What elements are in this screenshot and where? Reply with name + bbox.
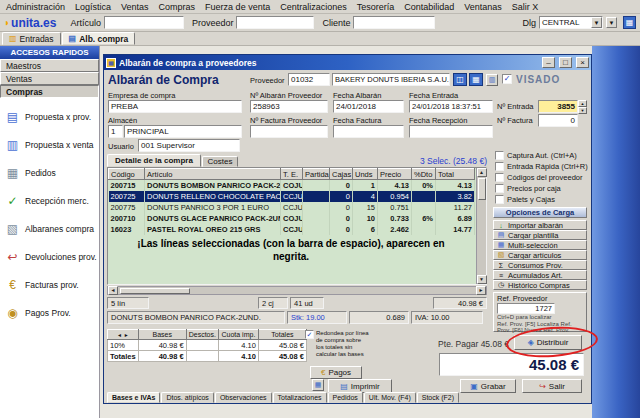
col-codigo[interactable]: Código xyxy=(109,169,145,180)
sidebar-section-compras[interactable]: Compras xyxy=(0,85,99,98)
sidebar-item-albaranes-compra[interactable]: ▧ Albaranes compra xyxy=(0,215,99,243)
ref-proveedor-input[interactable]: 1727 xyxy=(497,303,555,314)
cargar-plantilla-button[interactable]: ▤ Cargar plantilla xyxy=(493,230,587,240)
tab-alb-compra[interactable]: ▤ Alb. compra xyxy=(62,32,136,45)
menu-item-tesoreria[interactable]: Tesorería xyxy=(357,2,395,12)
fecha-recepcion-field[interactable] xyxy=(409,125,493,138)
fecha-albaran-field[interactable]: 24/01/2018 xyxy=(333,100,404,113)
search-icon[interactable]: ◫ xyxy=(453,73,467,86)
maximize-button[interactable]: □ xyxy=(559,57,572,68)
checkbox-precios-caja[interactable]: Precios por caja xyxy=(495,183,587,193)
proveedor-name-field[interactable]: BAKERY DONUTS IBERIA S.A.U. xyxy=(332,73,450,86)
col-articulo[interactable]: Artículo xyxy=(145,169,281,180)
col-partida[interactable]: Partida xyxy=(303,169,330,180)
col-unds[interactable]: Unds xyxy=(353,169,378,180)
imprimir-button[interactable]: ▤ Imprimir xyxy=(328,379,392,393)
acumulados-art-button[interactable]: ≡ Acumulados Art. xyxy=(493,270,587,280)
articulo-input[interactable] xyxy=(104,16,184,29)
menu-item-compras[interactable]: Compras xyxy=(159,2,196,12)
albaran-prov-field[interactable]: 258963 xyxy=(250,100,328,113)
empresa-field[interactable]: PREBA xyxy=(108,100,242,113)
tab-stock[interactable]: Stock (F2) xyxy=(417,392,459,403)
scroll-right-icon[interactable]: ► xyxy=(123,332,130,338)
scrollbar-thumb[interactable] xyxy=(478,178,486,200)
grid-view-icon[interactable]: ▦ xyxy=(469,73,483,86)
menu-item-logistica[interactable]: Logística xyxy=(75,2,111,12)
close-button[interactable]: × xyxy=(576,57,589,68)
multi-seleccion-button[interactable]: ▦ Multi-selección xyxy=(493,240,587,250)
scrollbar-thumb[interactable] xyxy=(120,288,190,294)
toolbar-app-icon[interactable]: ▦ xyxy=(623,16,636,29)
menu-item-centralizaciones[interactable]: Centralizaciones xyxy=(280,2,347,12)
tab-bases-ivas[interactable]: Bases e IVAs xyxy=(107,392,160,403)
usuario-field[interactable]: 001 Supervisor xyxy=(138,139,240,152)
minimize-button[interactable]: – xyxy=(542,57,555,68)
fecha-entrada-field[interactable]: 24/01/2018 18:37:51 xyxy=(409,100,493,113)
almacen-code-field[interactable]: 1 xyxy=(108,125,123,138)
checkbox-entrada-rapida[interactable]: Entrada Rápida (Ctrl+R) xyxy=(495,161,587,171)
window-titlebar[interactable]: ▦ Albarán de compra a proveedores – □ × xyxy=(104,55,591,70)
col-te[interactable]: T. E. xyxy=(281,169,303,180)
sidebar-section-maestros[interactable]: Maestros xyxy=(0,59,99,72)
scroll-right-icon[interactable]: ► xyxy=(476,286,486,295)
tab-pedidos[interactable]: Pedidos xyxy=(328,392,363,403)
consumos-prov-button[interactable]: Σ Consumos Prov. xyxy=(493,260,587,270)
menu-item-ventas[interactable]: Ventas xyxy=(121,2,149,12)
sidebar-section-ventas[interactable]: Ventas xyxy=(0,72,99,85)
menu-item-administracion[interactable]: Administración xyxy=(6,2,65,12)
pagos-button[interactable]: € Pagos xyxy=(310,366,362,379)
menu-item-contabilidad[interactable]: Contabilidad xyxy=(404,2,454,12)
distribuir-button[interactable]: ◈ Distribuir xyxy=(514,335,582,350)
grid-row-selected[interactable]: 200725 DONUTS RELLENO CHOCOLATE PACK-2U … xyxy=(109,191,475,202)
sidebar-item-propuesta-venta[interactable]: ▥ Propuesta x venta xyxy=(0,131,99,159)
scroll-left-icon[interactable]: ◄ xyxy=(108,286,118,295)
scroll-left-icon[interactable]: ◄ xyxy=(116,332,123,338)
menu-item-ventanas[interactable]: Ventanas xyxy=(464,2,502,12)
checkbox-captura-aut[interactable]: Captura Aut. (Ctrl+A) xyxy=(495,150,587,160)
grid-row[interactable]: 200715 DONUTS BOMBON PANRICO PACK-2UND. … xyxy=(109,180,475,191)
scroll-down-icon[interactable]: ▼ xyxy=(477,275,487,284)
col-precio[interactable]: Precio xyxy=(378,169,412,180)
menu-item-salir[interactable]: Salir X xyxy=(512,2,539,12)
tab-observaciones[interactable]: Observaciones xyxy=(215,392,272,403)
almacen-name-field[interactable]: PRINCIPAL xyxy=(124,125,242,138)
redondea-checkbox[interactable]: ✓ Redondea por línea de compra sobre los… xyxy=(305,330,369,358)
dlg-extra-dropdown-icon[interactable]: ▼ xyxy=(606,17,617,28)
sidebar-item-recepcion-merc[interactable]: ✓ Recepción merc. xyxy=(0,187,99,215)
grid-horizontal-scrollbar[interactable]: ◄ ► xyxy=(107,286,487,295)
tab-costes[interactable]: Costes xyxy=(202,156,238,167)
cargar-articulos-button[interactable]: ▧ Cargar artículos xyxy=(493,250,587,260)
menu-item-fuerza-de-venta[interactable]: Fuerza de venta xyxy=(205,2,270,12)
col-total[interactable]: Total xyxy=(436,169,475,180)
sidebar-item-devoluciones-prov[interactable]: ↩ Devoluciones prov. xyxy=(0,243,99,271)
grid-vertical-scrollbar[interactable]: ▲ ▼ xyxy=(476,168,486,284)
importar-albaran-button[interactable]: ↓ Importar albarán xyxy=(493,220,587,230)
sidebar-item-facturas-prov[interactable]: € Facturas prov. xyxy=(0,271,99,299)
col-cajas[interactable]: Cajas xyxy=(330,169,353,180)
aux-print-icon[interactable]: ▦ xyxy=(312,379,324,391)
scroll-up-icon[interactable]: ▲ xyxy=(477,168,487,177)
factura-prov-field[interactable] xyxy=(250,125,328,138)
dlg-select[interactable]: CENTRAL ▼ xyxy=(539,16,603,29)
proveedor-input[interactable] xyxy=(236,16,314,29)
tab-detalle-compra[interactable]: Detalle de la compra xyxy=(107,154,201,167)
sidebar-item-propuesta-prov[interactable]: ▤ Propuesta x prov. xyxy=(0,103,99,131)
tab-entradas[interactable]: ▥ Entradas xyxy=(2,32,61,45)
totals-nav-cell[interactable]: ◄► xyxy=(108,330,139,340)
cliente-input[interactable] xyxy=(353,16,435,29)
grid-row[interactable]: 200775 DONUTS PANRICO 3 POR 1 EURO CCJU … xyxy=(109,202,475,213)
grabar-button[interactable]: ▣ Grabar xyxy=(460,379,516,393)
checkbox-palets-cajas[interactable]: Palets y Cajas xyxy=(495,194,587,204)
checkbox-codigos-proveedor[interactable]: Códigos del proveedor xyxy=(495,172,587,182)
fecha-factura-field[interactable] xyxy=(333,125,404,138)
salir-button[interactable]: ↪ Salir xyxy=(522,379,582,393)
grid-row[interactable]: 200710 DONUTS GLACE PANRICO PACK-2UND. C… xyxy=(109,213,475,224)
tab-dtos-atipicos[interactable]: Dtos. atípicos xyxy=(161,392,213,403)
tab-totalizaciones[interactable]: Totalizaciones xyxy=(273,392,327,403)
historico-compras-button[interactable]: ◷ Histórico Compras xyxy=(493,280,587,290)
chevron-down-icon[interactable]: ▼ xyxy=(591,17,602,28)
col-dto[interactable]: %Dto xyxy=(412,169,436,180)
sidebar-item-pedidos[interactable]: ▦ Pedidos xyxy=(0,159,99,187)
tab-ult-mov[interactable]: Ult. Mov. (F4) xyxy=(364,392,416,403)
grid-row[interactable]: 16023 PASTEL ROYAL OREO 215 GRS CCJU 0 6… xyxy=(109,224,475,235)
